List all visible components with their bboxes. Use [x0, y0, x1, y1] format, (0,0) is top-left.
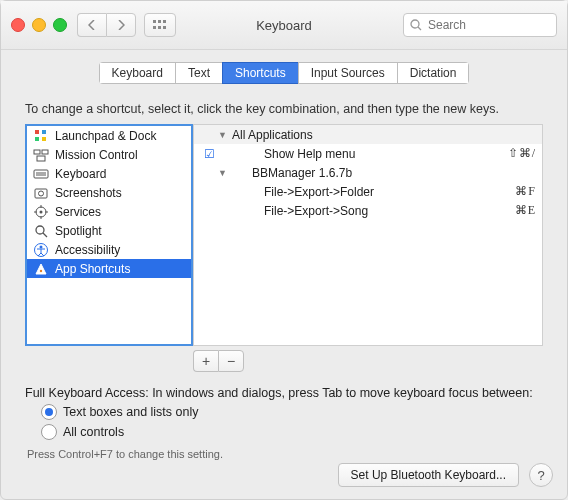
key-combo[interactable]: ⌘E — [488, 203, 536, 218]
shortcut-row[interactable]: ☑Show Help menu⇧⌘/ — [194, 144, 542, 163]
category-label: Services — [55, 205, 101, 219]
shortcut-row[interactable]: File->Export->Song⌘E — [194, 201, 542, 220]
tab-text[interactable]: Text — [175, 62, 222, 84]
svg-point-21 — [40, 210, 43, 213]
category-services[interactable]: Services — [27, 202, 191, 221]
category-app-shortcuts[interactable]: App Shortcuts — [27, 259, 191, 278]
search-input[interactable] — [426, 17, 550, 33]
category-launchpad-dock[interactable]: Launchpad & Dock — [27, 126, 191, 145]
radio-button[interactable] — [41, 404, 57, 420]
tab-input-sources[interactable]: Input Sources — [298, 62, 397, 84]
keyboard-access-label: Full Keyboard Access: In windows and dia… — [25, 386, 543, 400]
shortcut-group[interactable]: ▼All Applications — [194, 125, 542, 144]
svg-rect-18 — [35, 189, 47, 198]
tab-dictation[interactable]: Dictation — [397, 62, 470, 84]
disclosure-triangle-icon[interactable]: ▼ — [218, 168, 230, 178]
category-keyboard[interactable]: Keyboard — [27, 164, 191, 183]
remove-shortcut-button[interactable]: − — [218, 350, 244, 372]
launchpad-icon — [33, 128, 49, 144]
show-all-button[interactable] — [144, 13, 176, 37]
help-button[interactable]: ? — [529, 463, 553, 487]
svg-rect-1 — [158, 20, 161, 23]
titlebar: Keyboard — [1, 1, 567, 50]
svg-rect-2 — [163, 20, 166, 23]
shortcut-list[interactable]: ▼All Applications☑Show Help menu⇧⌘/▼BBMa… — [193, 124, 543, 346]
window-controls — [11, 18, 67, 32]
shortcut-label: All Applications — [230, 128, 488, 142]
svg-point-6 — [411, 20, 419, 28]
svg-point-29 — [40, 245, 43, 248]
close-window-button[interactable] — [11, 18, 25, 32]
category-label: App Shortcuts — [55, 262, 130, 276]
svg-rect-3 — [153, 26, 156, 29]
svg-rect-11 — [42, 137, 46, 141]
nav-buttons — [77, 13, 136, 37]
shortcut-label: File->Export->Song — [230, 204, 488, 218]
panes: Launchpad & DockMission ControlKeyboardS… — [25, 124, 543, 346]
svg-rect-15 — [34, 170, 48, 178]
app-shortcuts-icon — [33, 261, 49, 277]
category-label: Screenshots — [55, 186, 122, 200]
spotlight-icon — [33, 223, 49, 239]
category-accessibility[interactable]: Accessibility — [27, 240, 191, 259]
checkbox[interactable]: ☑ — [200, 147, 218, 161]
radio-label: Text boxes and lists only — [63, 405, 199, 419]
preferences-window: Keyboard KeyboardTextShortcutsInput Sour… — [0, 0, 568, 500]
forward-button[interactable] — [106, 13, 136, 37]
bluetooth-keyboard-button[interactable]: Set Up Bluetooth Keyboard... — [338, 463, 519, 487]
svg-rect-8 — [35, 130, 39, 134]
services-icon — [33, 204, 49, 220]
radio-option[interactable]: All controls — [41, 424, 543, 440]
svg-line-27 — [43, 233, 47, 237]
chevron-left-icon — [88, 20, 96, 30]
grid-icon — [153, 20, 167, 30]
tab-keyboard[interactable]: Keyboard — [99, 62, 175, 84]
radio-label: All controls — [63, 425, 124, 439]
key-combo[interactable]: ⇧⌘/ — [488, 146, 536, 161]
shortcut-label: Show Help menu — [230, 147, 488, 161]
shortcut-label: File->Export->Folder — [230, 185, 488, 199]
content-area: To change a shortcut, select it, click t… — [1, 84, 567, 460]
add-shortcut-button[interactable]: + — [193, 350, 218, 372]
shortcut-row[interactable]: File->Export->Folder⌘F — [194, 182, 542, 201]
category-label: Keyboard — [55, 167, 106, 181]
category-label: Spotlight — [55, 224, 102, 238]
disclosure-triangle-icon[interactable]: ▼ — [218, 130, 230, 140]
svg-line-7 — [418, 27, 421, 30]
svg-rect-9 — [42, 130, 46, 134]
search-icon — [410, 19, 422, 31]
category-label: Launchpad & Dock — [55, 129, 156, 143]
screenshots-icon — [33, 185, 49, 201]
category-label: Mission Control — [55, 148, 138, 162]
svg-rect-4 — [158, 26, 161, 29]
svg-rect-10 — [35, 137, 39, 141]
radio-button[interactable] — [41, 424, 57, 440]
accessibility-icon — [33, 242, 49, 258]
mission-control-icon — [33, 147, 49, 163]
instruction-text: To change a shortcut, select it, click t… — [25, 102, 543, 116]
category-screenshots[interactable]: Screenshots — [27, 183, 191, 202]
zoom-window-button[interactable] — [53, 18, 67, 32]
keyboard-icon — [33, 166, 49, 182]
minimize-window-button[interactable] — [32, 18, 46, 32]
category-mission-control[interactable]: Mission Control — [27, 145, 191, 164]
tab-shortcuts[interactable]: Shortcuts — [222, 62, 298, 84]
add-remove-row: + − — [25, 350, 543, 372]
svg-rect-0 — [153, 20, 156, 23]
key-combo[interactable]: ⌘F — [488, 184, 536, 199]
search-field[interactable] — [403, 13, 557, 37]
keyboard-access-hint: Press Control+F7 to change this setting. — [27, 448, 543, 460]
footer: Set Up Bluetooth Keyboard... ? — [338, 463, 553, 487]
category-label: Accessibility — [55, 243, 120, 257]
svg-rect-14 — [37, 156, 45, 161]
svg-rect-13 — [42, 150, 48, 154]
category-list[interactable]: Launchpad & DockMission ControlKeyboardS… — [25, 124, 193, 346]
shortcut-group[interactable]: ▼BBManager 1.6.7b — [194, 163, 542, 182]
svg-rect-12 — [34, 150, 40, 154]
category-spotlight[interactable]: Spotlight — [27, 221, 191, 240]
radio-option[interactable]: Text boxes and lists only — [41, 404, 543, 420]
chevron-right-icon — [117, 20, 125, 30]
svg-point-26 — [36, 226, 44, 234]
svg-rect-5 — [163, 26, 166, 29]
back-button[interactable] — [77, 13, 106, 37]
